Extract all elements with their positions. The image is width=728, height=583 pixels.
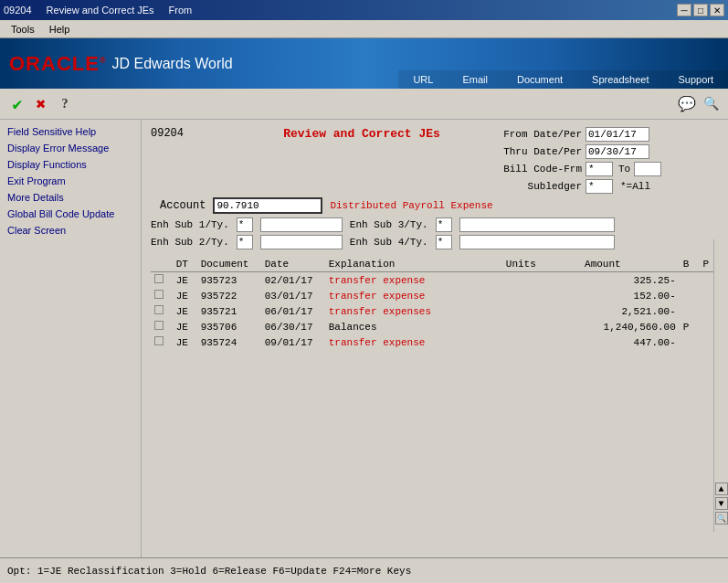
cell-o[interactable] [151, 319, 173, 334]
cell-dt: JE [173, 288, 197, 303]
bill-code-to-input[interactable] [634, 162, 661, 176]
menu-bar: Tools Help [0, 20, 728, 38]
nav-spreadsheet[interactable]: Spreadsheet [577, 70, 663, 89]
col-header-amount: Amount [581, 257, 680, 272]
cell-explanation: Balances [325, 319, 502, 334]
enh-sub4-input[interactable] [436, 235, 452, 249]
sidebar-item-more-details[interactable]: More Details [5, 189, 135, 206]
sidebar-item-display-functions[interactable]: Display Functions [5, 156, 135, 173]
account-row: Account Distributed Payroll Expense [151, 197, 719, 214]
thru-date-input[interactable] [586, 144, 649, 159]
cell-date: 02/01/17 [261, 272, 325, 289]
table-row: JE 935706 06/30/17 Balances 1,240,560.00… [151, 319, 719, 334]
check-button[interactable]: ✔ [7, 94, 27, 114]
row-checkbox[interactable] [154, 336, 164, 345]
content-area: 09204 Review and Correct JEs From Date/P… [142, 120, 728, 557]
table-row: JE 935723 02/01/17 transfer expense 325.… [151, 272, 719, 289]
col-header-o [151, 257, 173, 272]
jde-text: JD Edwards World [112, 56, 233, 72]
subledger-row: Subledger *=All [500, 179, 719, 194]
enh-sub2-input[interactable] [237, 235, 253, 249]
row-checkbox[interactable] [154, 290, 164, 299]
minimize-button[interactable]: ─ [677, 4, 691, 16]
col-header-date: Date [261, 257, 325, 272]
sidebar-item-clear-screen[interactable]: Clear Screen [5, 222, 135, 238]
cell-explanation: transfer expenses [325, 303, 502, 319]
maximize-button[interactable]: □ [693, 4, 708, 16]
enh-sub4-ty-input[interactable] [459, 235, 615, 249]
cell-dt: JE [173, 303, 197, 319]
oracle-banner: ORACLE® JD Edwards World URL Email Docum… [0, 38, 728, 89]
cancel-button[interactable]: ✖ [31, 94, 51, 114]
cell-dt: JE [173, 334, 197, 350]
sidebar-item-field-sensitive-help[interactable]: Field Sensitive Help [5, 123, 135, 140]
scroll-up-button[interactable]: ▲ [715, 482, 728, 495]
sidebar-item-global-bill-code-update[interactable]: Global Bill Code Update [5, 206, 135, 222]
bill-code-row: Bill Code-Frm To [500, 162, 719, 176]
col-header-explanation: Explanation [325, 257, 502, 272]
table-row: JE 935721 06/01/17 transfer expenses 2,5… [151, 303, 719, 319]
window-from: From [169, 5, 193, 16]
bill-code-input[interactable] [586, 162, 613, 176]
title-bar-text: 09204 Review and Correct JEs From [4, 5, 677, 16]
cell-b [680, 334, 700, 350]
menu-help[interactable]: Help [42, 22, 78, 37]
nav-support[interactable]: Support [663, 70, 728, 89]
cell-b: P [680, 319, 700, 334]
cell-o[interactable] [151, 303, 173, 319]
toolbar-right: 💬 🔍 [677, 94, 721, 114]
col-header-b: B [680, 257, 700, 272]
row-checkbox[interactable] [154, 321, 164, 330]
cell-units [502, 334, 581, 350]
table-row: JE 935722 03/01/17 transfer expense 152.… [151, 288, 719, 303]
enh-sub3-input[interactable] [436, 217, 452, 232]
search-button[interactable]: 🔍 [701, 94, 721, 114]
enh-sub3-ty-input[interactable] [459, 217, 615, 232]
scroll-down-button[interactable]: ▼ [715, 497, 728, 510]
scrollbar[interactable]: ▲ ▼ 🔍 [713, 239, 728, 532]
main-area: Field Sensitive Help Display Error Messa… [0, 120, 728, 557]
subledger-input[interactable] [586, 179, 613, 194]
enh-sub1-label: Enh Sub 1/Ty. [151, 219, 229, 230]
scroll-search-button[interactable]: 🔍 [715, 512, 728, 525]
help-button[interactable]: ? [55, 94, 75, 114]
account-input[interactable] [213, 197, 322, 214]
window-title: Review and Correct JEs [47, 5, 154, 16]
menu-tools[interactable]: Tools [4, 22, 42, 37]
cell-explanation: transfer expense [325, 334, 502, 350]
cell-units [502, 288, 581, 303]
enh-sub1-input[interactable] [237, 217, 253, 232]
cell-date: 09/01/17 [261, 334, 325, 350]
thru-date-label: Thru Date/Per [500, 146, 582, 157]
enh-sub2-ty-input[interactable] [260, 235, 343, 249]
enh-sub1-ty-input[interactable] [260, 217, 343, 232]
from-date-input[interactable] [586, 127, 649, 142]
cell-explanation: transfer expense [325, 272, 502, 289]
cell-amount: 1,240,560.00 [581, 319, 680, 334]
row-checkbox[interactable] [154, 305, 164, 314]
sidebar-item-exit-program[interactable]: Exit Program [5, 173, 135, 189]
sidebar-item-display-error-message[interactable]: Display Error Message [5, 140, 135, 156]
cell-o[interactable] [151, 272, 173, 289]
sidebar: Field Sensitive Help Display Error Messa… [0, 120, 142, 557]
cell-amount: 2,521.00- [581, 303, 680, 319]
window-id: 09204 [4, 5, 32, 16]
cell-dt: JE [173, 319, 197, 334]
col-header-document: Document [197, 257, 261, 272]
nav-document[interactable]: Document [502, 70, 577, 89]
close-button[interactable]: ✕ [710, 4, 724, 16]
cell-units [502, 303, 581, 319]
enh-sub3-label: Enh Sub 3/Ty. [350, 219, 428, 230]
chat-button[interactable]: 💬 [677, 94, 697, 114]
nav-url[interactable]: URL [398, 70, 448, 89]
enh-sub4-label: Enh Sub 4/Ty. [350, 237, 428, 248]
from-date-row: From Date/Per [500, 127, 719, 142]
cell-o[interactable] [151, 334, 173, 350]
cell-o[interactable] [151, 288, 173, 303]
title-bar: 09204 Review and Correct JEs From ─ □ ✕ [0, 0, 728, 20]
toolbar: ✔ ✖ ? 💬 🔍 [0, 89, 728, 120]
nav-email[interactable]: Email [448, 70, 502, 89]
row-checkbox[interactable] [154, 274, 164, 283]
enh-sub2-label: Enh Sub 2/Ty. [151, 237, 229, 248]
cell-b [680, 303, 700, 319]
